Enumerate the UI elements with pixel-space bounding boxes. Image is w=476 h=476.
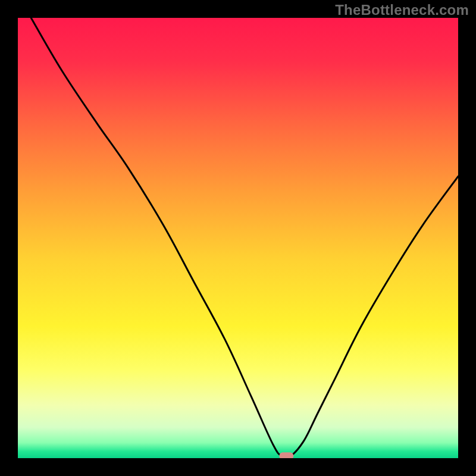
- plot-background: [18, 18, 458, 458]
- optimal-marker: [279, 452, 293, 458]
- watermark-text: TheBottleneck.com: [335, 2, 469, 18]
- bottleneck-chart: [18, 18, 458, 458]
- chart-frame: TheBottleneck.com: [0, 0, 476, 476]
